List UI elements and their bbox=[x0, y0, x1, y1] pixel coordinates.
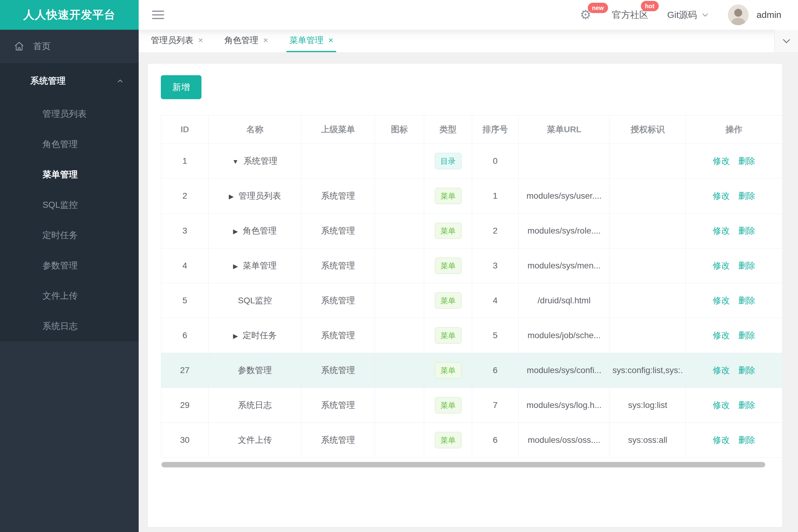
home-icon bbox=[14, 41, 24, 52]
git-source-label: Git源码 bbox=[667, 9, 697, 21]
edit-link[interactable]: 修改 bbox=[713, 296, 730, 305]
sidebar-item-scheduled-tasks[interactable]: 定时任务 bbox=[0, 220, 139, 250]
cell-url: modules/sys/confi... bbox=[519, 353, 610, 388]
content-card: 新增 ID名称上级菜单图标类型排序号菜单URL授权标识操作 1▼系统管理目录0修… bbox=[148, 64, 782, 527]
add-button[interactable]: 新增 bbox=[161, 75, 202, 99]
chevron-down-icon bbox=[701, 11, 709, 19]
community-link[interactable]: 官方社区 hot bbox=[612, 9, 648, 21]
edit-link[interactable]: 修改 bbox=[713, 226, 730, 235]
type-tag: 目录 bbox=[435, 153, 462, 169]
cell-name: 参数管理 bbox=[209, 353, 301, 388]
cell-id: 5 bbox=[161, 283, 209, 318]
sidebar-items: 管理员列表角色管理菜单管理SQL监控定时任务参数管理文件上传系统日志 bbox=[0, 99, 139, 342]
cell-order: 6 bbox=[472, 353, 519, 388]
menu-name: 文件上传 bbox=[238, 435, 272, 445]
sidebar-item-menu-management[interactable]: 菜单管理 bbox=[0, 159, 139, 190]
delete-link[interactable]: 删除 bbox=[738, 226, 755, 235]
tree-expand-icon[interactable]: ▶ bbox=[233, 228, 238, 235]
table-row: 6▶定时任务系统管理菜单5modules/job/sche...修改删除 bbox=[161, 318, 782, 353]
cell-name: SQL监控 bbox=[209, 283, 301, 318]
sidebar-item-param-management[interactable]: 参数管理 bbox=[0, 250, 139, 281]
sidebar-item-file-upload[interactable]: 文件上传 bbox=[0, 281, 139, 311]
tree-expand-icon[interactable]: ▶ bbox=[233, 332, 238, 340]
community-label: 官方社区 bbox=[612, 10, 648, 20]
edit-link[interactable]: 修改 bbox=[713, 191, 730, 201]
cell-order: 1 bbox=[472, 179, 519, 213]
cell-id: 1 bbox=[161, 144, 209, 179]
settings-button[interactable]: ⚙ new bbox=[580, 8, 593, 21]
user-menu[interactable]: admin bbox=[728, 4, 781, 25]
table-row: 4▶菜单管理系统管理菜单3modules/sys/men...修改删除 bbox=[161, 248, 782, 283]
cell-parent: 系统管理 bbox=[301, 353, 375, 388]
cell-url: /druid/sql.html bbox=[519, 283, 610, 318]
close-icon[interactable]: × bbox=[328, 36, 333, 45]
menu-name: 角色管理 bbox=[243, 226, 277, 235]
cell-actions: 修改删除 bbox=[686, 388, 782, 423]
edit-link[interactable]: 修改 bbox=[713, 261, 730, 270]
sidebar-item-sql-monitor[interactable]: SQL监控 bbox=[0, 190, 139, 220]
cell-url: modules/oss/oss.... bbox=[519, 423, 610, 458]
tabs-dropdown-button[interactable] bbox=[774, 30, 798, 52]
delete-link[interactable]: 删除 bbox=[738, 365, 755, 375]
cell-parent: 系统管理 bbox=[301, 213, 375, 248]
sidebar-group-label: 系统管理 bbox=[30, 75, 66, 87]
table-header-row: ID名称上级菜单图标类型排序号菜单URL授权标识操作 bbox=[161, 116, 782, 144]
tab-role-management[interactable]: 角色管理× bbox=[221, 30, 271, 52]
top-navbar: ⚙ new 官方社区 hot Git源码 admin bbox=[139, 0, 798, 30]
sidebar-item-system-log[interactable]: 系统日志 bbox=[0, 311, 139, 342]
column-header: 授权标识 bbox=[610, 116, 686, 144]
delete-link[interactable]: 删除 bbox=[738, 296, 755, 305]
edit-link[interactable]: 修改 bbox=[713, 365, 730, 375]
edit-link[interactable]: 修改 bbox=[713, 400, 730, 410]
avatar bbox=[728, 4, 748, 25]
sidebar-item-role-management[interactable]: 角色管理 bbox=[0, 129, 139, 159]
edit-link[interactable]: 修改 bbox=[713, 156, 730, 166]
cell-parent bbox=[301, 144, 375, 179]
column-header: ID bbox=[161, 116, 209, 144]
cell-name: ▶定时任务 bbox=[209, 318, 301, 353]
sidebar-item-admin-list[interactable]: 管理员列表 bbox=[0, 99, 139, 129]
sidebar-group-header[interactable]: 系统管理 bbox=[0, 63, 139, 99]
chevron-up-icon bbox=[116, 77, 124, 85]
tree-collapse-icon[interactable]: ▼ bbox=[233, 158, 239, 165]
cell-parent: 系统管理 bbox=[301, 248, 375, 283]
hamburger-icon[interactable] bbox=[152, 8, 164, 21]
cell-icon bbox=[375, 353, 424, 388]
edit-link[interactable]: 修改 bbox=[713, 330, 730, 340]
tree-expand-icon[interactable]: ▶ bbox=[229, 193, 234, 200]
delete-link[interactable]: 删除 bbox=[738, 191, 755, 201]
edit-link[interactable]: 修改 bbox=[713, 435, 730, 445]
tab-menu-management[interactable]: 菜单管理× bbox=[286, 30, 336, 52]
git-source-dropdown[interactable]: Git源码 bbox=[667, 9, 709, 21]
cell-parent: 系统管理 bbox=[301, 283, 375, 318]
tree-expand-icon[interactable]: ▶ bbox=[233, 263, 238, 270]
tab-admin-list[interactable]: 管理员列表× bbox=[148, 30, 206, 52]
delete-link[interactable]: 删除 bbox=[738, 330, 755, 340]
delete-link[interactable]: 删除 bbox=[738, 400, 755, 410]
sidebar-item-home[interactable]: 首页 bbox=[0, 30, 139, 63]
cell-icon bbox=[375, 283, 424, 318]
delete-link[interactable]: 删除 bbox=[738, 261, 755, 270]
sidebar-home-label: 首页 bbox=[33, 40, 51, 53]
type-tag: 菜单 bbox=[435, 397, 462, 413]
cell-actions: 修改删除 bbox=[686, 318, 782, 353]
menu-name: 系统日志 bbox=[238, 400, 272, 410]
cell-icon bbox=[375, 179, 424, 213]
close-icon[interactable]: × bbox=[263, 36, 268, 45]
table-row: 27参数管理系统管理菜单6modules/sys/confi...sys:con… bbox=[161, 353, 782, 388]
type-tag: 菜单 bbox=[435, 223, 462, 239]
cell-perms bbox=[610, 318, 686, 353]
table-row: 1▼系统管理目录0修改删除 bbox=[161, 144, 782, 179]
delete-link[interactable]: 删除 bbox=[738, 156, 755, 166]
scrollbar-thumb[interactable] bbox=[162, 462, 765, 468]
horizontal-scrollbar bbox=[161, 462, 782, 468]
tab-label: 菜单管理 bbox=[290, 35, 323, 46]
cell-parent: 系统管理 bbox=[301, 423, 375, 458]
cell-type: 目录 bbox=[424, 144, 472, 179]
delete-link[interactable]: 删除 bbox=[738, 435, 755, 445]
cell-url: modules/sys/men... bbox=[519, 248, 610, 283]
cell-type: 菜单 bbox=[424, 353, 472, 388]
column-header: 类型 bbox=[424, 116, 472, 144]
cell-perms: sys:log:list bbox=[610, 388, 686, 423]
close-icon[interactable]: × bbox=[198, 36, 203, 45]
